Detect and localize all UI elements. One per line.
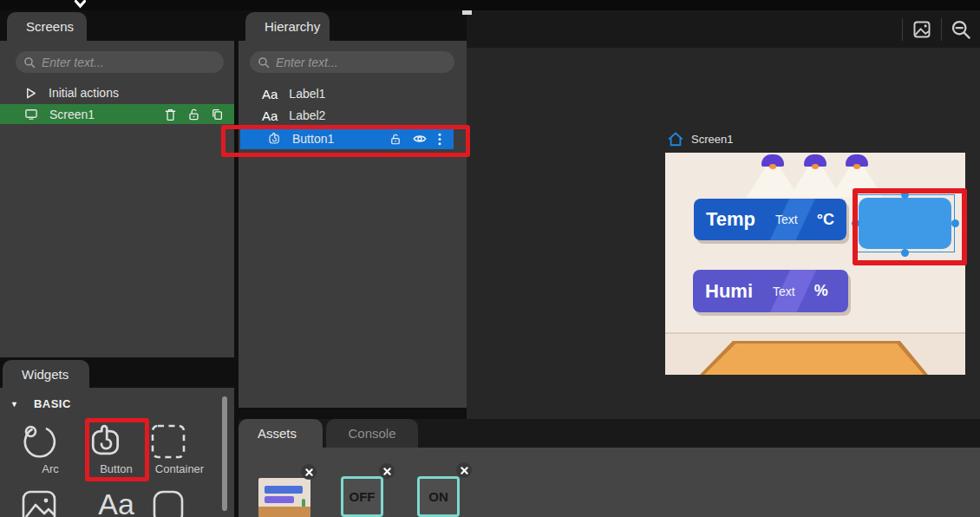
resize-handle-bottom[interactable]: [901, 249, 909, 257]
hierarchy-panel: Aa Label1 Aa Label2 Button1: [238, 41, 467, 408]
widget-label[interactable]: Aa: [86, 485, 147, 517]
widget-panel[interactable]: [149, 488, 210, 517]
label-widget-icon: Aa: [98, 488, 134, 517]
mini-graphic: [265, 496, 294, 503]
remove-asset-icon[interactable]: [301, 464, 317, 480]
asset-background-image[interactable]: [258, 478, 310, 517]
play-icon: [24, 87, 37, 100]
humi-title: Humi: [705, 280, 753, 303]
widget-image[interactable]: [20, 488, 81, 517]
screen-preview[interactable]: Temp Text °C Humi Text %: [665, 153, 965, 375]
asset-off-image[interactable]: OFF: [341, 476, 383, 517]
widget-arc[interactable]: Arc: [20, 422, 81, 475]
screen-icon: [24, 108, 38, 121]
toolbar-divider: [941, 18, 942, 41]
hierarchy-search[interactable]: [250, 51, 454, 73]
scrollbar-fragment[interactable]: [462, 10, 472, 15]
screen1-item[interactable]: Screen1: [0, 104, 234, 124]
button-widget-icon: [86, 422, 147, 461]
button1-name: Button1: [292, 132, 334, 146]
asset-on-text: ON: [428, 489, 448, 504]
remove-asset-icon[interactable]: [456, 462, 472, 478]
button1-on-canvas[interactable]: [859, 198, 951, 249]
tab-hierarchy-label: Hierarchy: [265, 19, 320, 34]
tab-assets[interactable]: Assets: [238, 419, 323, 448]
image-widget-icon: [20, 488, 81, 517]
initial-actions-item[interactable]: Initial actions: [0, 82, 234, 103]
unlock-icon[interactable]: [389, 133, 402, 146]
unlock-icon[interactable]: [187, 108, 200, 121]
label1-name: Label1: [289, 87, 325, 101]
basic-section-header[interactable]: ▼ BASIC: [10, 397, 71, 410]
collapse-triangle-icon: ▼: [10, 400, 18, 409]
resize-handle-left[interactable]: [852, 219, 859, 227]
temp-value-label: Text: [775, 213, 798, 226]
humi-value-label: Text: [773, 285, 795, 298]
widget-container-label: Container: [149, 462, 210, 475]
remove-asset-icon[interactable]: [379, 463, 395, 479]
hierarchy-item-label2[interactable]: Aa Label2: [238, 105, 467, 126]
canvas-toolbar: [467, 10, 980, 48]
label-type-icon: Aa: [262, 108, 278, 123]
initial-actions-label: Initial actions: [49, 86, 119, 100]
temp-title: Temp: [706, 208, 755, 231]
tab-console-label: Console: [348, 426, 395, 441]
screens-panel: Initial actions Screen1: [0, 41, 234, 357]
screen1-label: Screen1: [49, 108, 95, 121]
arc-widget-icon: [20, 422, 81, 461]
widget-button-label: Button: [86, 462, 147, 475]
hierarchy-item-button1[interactable]: Button1: [240, 128, 454, 149]
screens-search-input[interactable]: [42, 56, 216, 69]
tab-widgets[interactable]: Widgets: [3, 360, 89, 388]
mini-graphic: [258, 507, 310, 517]
hierarchy-search-input[interactable]: [276, 56, 447, 69]
canvas-screen-name: Screen1: [691, 133, 733, 146]
more-options-icon[interactable]: [438, 133, 441, 146]
asset-off-text: OFF: [350, 489, 376, 504]
temp-widget[interactable]: Temp Text °C: [694, 199, 846, 240]
label-type-icon: Aa: [262, 87, 278, 101]
resize-handle-right[interactable]: [951, 219, 959, 227]
tab-hierarchy[interactable]: Hierarchy: [245, 12, 330, 41]
humi-widget[interactable]: Humi Text %: [693, 270, 848, 312]
label2-name: Label2: [289, 108, 325, 122]
duplicate-icon[interactable]: [211, 108, 224, 121]
resize-handle-top[interactable]: [901, 191, 909, 199]
zoom-out-icon[interactable]: [950, 18, 972, 41]
hierarchy-item-label1[interactable]: Aa Label1: [238, 83, 467, 104]
tab-screens[interactable]: Screens: [7, 12, 87, 41]
assets-panel: OFF ON: [238, 448, 980, 517]
humi-unit: %: [814, 282, 828, 300]
canvas-screen-header: Screen1: [668, 132, 733, 147]
top-bar: [0, 0, 980, 10]
chevron-down-icon[interactable]: [74, 0, 87, 10]
widget-button[interactable]: Button: [86, 422, 147, 475]
panel-widget-icon: [149, 488, 210, 517]
mini-graphic: [265, 486, 303, 494]
preview-table-graphic: [700, 341, 928, 375]
widgets-scrollbar[interactable]: [222, 396, 227, 511]
tab-console[interactable]: Console: [326, 419, 418, 448]
widgets-panel: ▼ BASIC Arc Button Container: [0, 388, 234, 517]
visibility-eye-icon[interactable]: [413, 133, 427, 145]
asset-on-image[interactable]: ON: [417, 476, 460, 517]
tab-widgets-label: Widgets: [22, 367, 69, 382]
button-type-icon: [267, 132, 281, 146]
home-icon[interactable]: [668, 132, 683, 147]
basic-section-label: BASIC: [34, 397, 71, 410]
search-icon: [23, 56, 36, 69]
delete-icon[interactable]: [164, 108, 177, 121]
screens-search[interactable]: [16, 51, 224, 73]
search-icon: [258, 56, 270, 69]
widget-arc-label: Arc: [20, 462, 81, 475]
widget-container[interactable]: Container: [149, 422, 210, 475]
toolbar-divider: [902, 18, 903, 41]
tab-assets-label: Assets: [258, 426, 297, 441]
background-image-icon[interactable]: [911, 18, 933, 41]
temp-unit: °C: [817, 211, 834, 229]
container-widget-icon: [149, 422, 210, 461]
tab-screens-label: Screens: [26, 19, 74, 34]
